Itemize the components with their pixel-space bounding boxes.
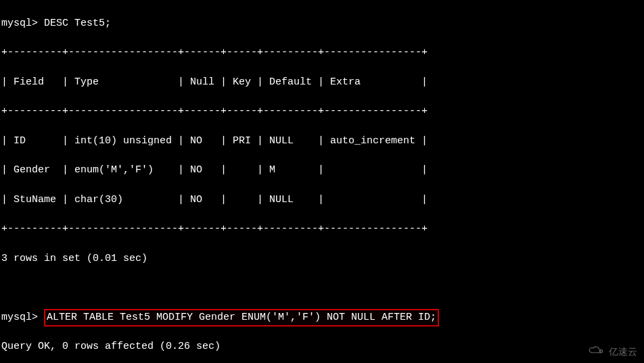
command-line-alter[interactable]: mysql> ALTER TABLE Test5 MODIFY Gender E… [1,310,644,325]
result-summary: 3 rows in set (0.01 sec) [1,251,644,266]
table-border: +---------+------------------+------+---… [1,222,644,237]
table-border: +---------+------------------+------+---… [1,45,644,60]
table-row: | StuName | char(30) | NO | | NULL | | [1,193,644,208]
table-header: | Field | Type | Null | Key | Default | … [1,75,644,90]
table-row: | Gender | enum('M','F') | NO | | M | | [1,163,644,178]
prompt: mysql> [1,18,38,29]
prompt: mysql> [1,312,38,323]
blank-line [1,281,644,295]
table-row: | ID | int(10) unsigned | NO | PRI | NUL… [1,134,644,149]
command-text: DESC Test5; [44,18,111,29]
query-ok: Query OK, 0 rows affected (0.26 sec) [1,339,644,354]
highlighted-command: ALTER TABLE Test5 MODIFY Gender ENUM('M'… [44,309,439,326]
table-border: +---------+------------------+------+---… [1,104,644,119]
terminal-output: mysql> DESC Test5; +---------+----------… [0,0,644,363]
command-line-desc1[interactable]: mysql> DESC Test5; [1,16,644,31]
